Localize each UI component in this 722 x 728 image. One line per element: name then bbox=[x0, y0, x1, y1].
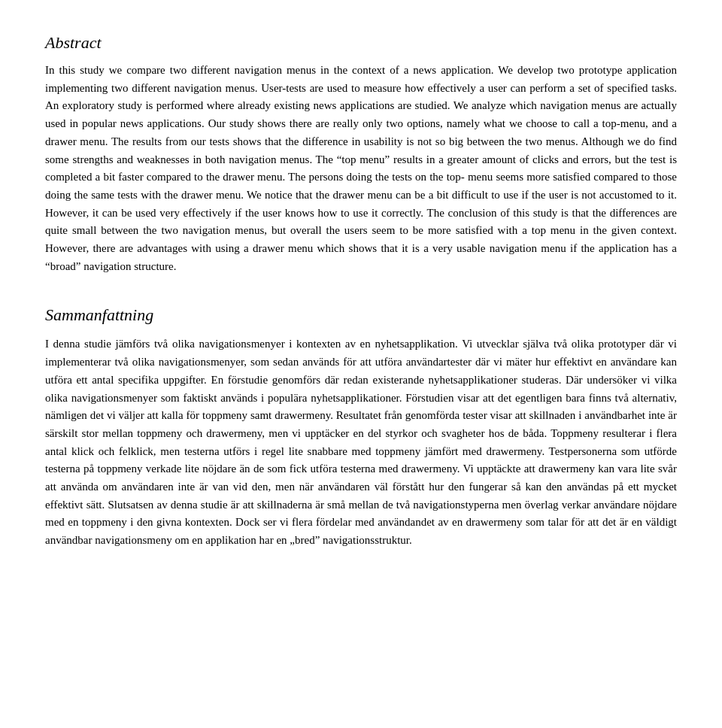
abstract-paragraph-1: In this study we compare two different n… bbox=[45, 62, 677, 275]
abstract-title: Abstract bbox=[45, 30, 677, 56]
sammanfattning-title: Sammanfattning bbox=[45, 302, 677, 328]
sammanfattning-paragraph-1: I denna studie jämförs två olika navigat… bbox=[45, 335, 677, 549]
page: Abstract In this study we compare two di… bbox=[0, 0, 722, 728]
sammanfattning-section: Sammanfattning I denna studie jämförs tv… bbox=[45, 302, 677, 549]
